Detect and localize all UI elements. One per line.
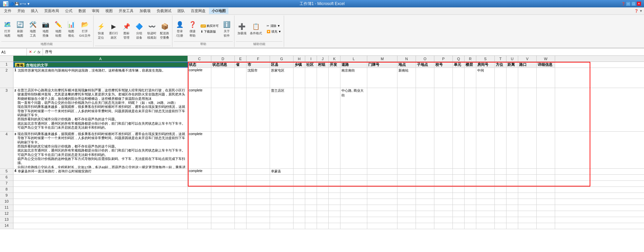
- cell-r3[interactable]: [465, 88, 476, 131]
- cell-e1[interactable]: 省: [235, 62, 247, 68]
- col-header-e[interactable]: E: [235, 56, 247, 61]
- cell-s5[interactable]: [476, 169, 495, 174]
- cell-m5[interactable]: [367, 169, 397, 174]
- cell-p5[interactable]: [434, 169, 453, 174]
- menu-view[interactable]: 视图: [103, 8, 115, 14]
- col-header-d[interactable]: D: [211, 56, 235, 61]
- col-header-c[interactable]: C: [188, 56, 211, 61]
- cell-a4[interactable]: 3 现在我市扫码乘客越来越多，据我观察，很多乘客在扫码时候都对不准扫码区，通常会…: [13, 132, 188, 168]
- col-header-v[interactable]: V: [518, 56, 537, 61]
- col-header-w[interactable]: W: [537, 56, 555, 61]
- distribution-button[interactable]: 📦 配送路空重叠: [159, 21, 171, 41]
- col-header-f[interactable]: F: [247, 56, 270, 61]
- cell-w4[interactable]: [537, 132, 555, 168]
- cell-i3[interactable]: [305, 88, 317, 131]
- track-line-button[interactable]: 〰️ 轨迹时线规划: [146, 21, 158, 41]
- cell-w2[interactable]: [537, 68, 555, 88]
- icon-manage-button[interactable]: 📌 图标管理: [120, 21, 132, 41]
- cell-j3[interactable]: [317, 88, 329, 131]
- cell-k3[interactable]: [329, 88, 340, 131]
- menu-page-layout[interactable]: 页面布局: [42, 8, 62, 14]
- cell-j1[interactable]: 村组: [317, 62, 329, 68]
- cell-w5[interactable]: [537, 169, 555, 174]
- cell-f2[interactable]: 沈阳市: [247, 68, 270, 88]
- fill-button[interactable]: 🔽 填充 ▼: [265, 29, 282, 34]
- cell-n2[interactable]: 新南站: [397, 68, 416, 88]
- cell-reference[interactable]: A1: [0, 48, 27, 55]
- cell-e5[interactable]: [235, 169, 247, 174]
- cell-w1[interactable]: 详细信息: [537, 62, 555, 68]
- cell-t2[interactable]: [495, 68, 506, 88]
- cell-n1[interactable]: 地点: [397, 62, 416, 68]
- cell-k1[interactable]: 开发区: [329, 62, 340, 68]
- col-header-t[interactable]: T: [495, 56, 506, 61]
- cell-q4[interactable]: [453, 132, 465, 168]
- cell-f5[interactable]: [247, 169, 270, 174]
- cell-h3[interactable]: [293, 88, 305, 131]
- menu-team[interactable]: 团队: [175, 8, 187, 14]
- menu-file[interactable]: 文件: [1, 8, 14, 14]
- menu-home[interactable]: 开始: [15, 8, 28, 14]
- cell-t1[interactable]: 方位: [495, 62, 506, 68]
- maximize-button[interactable]: □: [631, 1, 636, 6]
- cell-q1[interactable]: 单元号: [453, 62, 465, 68]
- map-draw-button[interactable]: ✏️ 地图绘图: [52, 19, 64, 39]
- formula-check-icon[interactable]: ✓: [33, 50, 36, 54]
- cell-e3[interactable]: [235, 88, 247, 131]
- cell-h1[interactable]: 乡镇: [293, 62, 305, 68]
- cell-c4[interactable]: complete: [188, 132, 211, 168]
- formula-fx-icon[interactable]: fx: [38, 50, 41, 54]
- cell-p4[interactable]: [434, 132, 453, 168]
- cell-i2[interactable]: [305, 68, 317, 88]
- cell-o5[interactable]: [416, 169, 434, 174]
- run-zone-button[interactable]: ▶ 逐行行政区: [108, 21, 120, 41]
- cell-g1[interactable]: 区县: [270, 62, 293, 68]
- menu-addins[interactable]: 加载项: [137, 8, 153, 14]
- minimize-button[interactable]: ─: [626, 1, 631, 6]
- cell-m1[interactable]: 门牌号: [367, 62, 397, 68]
- cell-v5[interactable]: [518, 169, 537, 174]
- cell-a2[interactable]: 1 沈阳市苏家屯区南京南街与新南站中间的这段路，没有路灯。这样夜晚看不清车辆，容…: [13, 68, 188, 88]
- col-header-a[interactable]: A: [13, 56, 188, 61]
- col-header-n[interactable]: N: [397, 56, 416, 61]
- col-header-h[interactable]: H: [293, 56, 305, 61]
- map-photo-button[interactable]: 📷 地图照像: [40, 19, 52, 39]
- col-header-p[interactable]: P: [434, 56, 453, 61]
- cell-q3[interactable]: [453, 88, 465, 131]
- cell-n3[interactable]: [397, 88, 416, 131]
- cell-c3[interactable]: complete: [188, 88, 211, 131]
- cell-u4[interactable]: [506, 132, 518, 168]
- download-new-button[interactable]: ⬇ 下载新版: [199, 29, 220, 34]
- cell-o3[interactable]: [416, 88, 434, 131]
- cell-j5[interactable]: [317, 169, 329, 174]
- cell-s1[interactable]: 房间号: [476, 62, 495, 68]
- clear-button[interactable]: ✂ 清除 ▼: [265, 24, 282, 29]
- open-map-button[interactable]: 🗺️ 打开地图: [1, 19, 13, 39]
- cell-r5[interactable]: [465, 169, 476, 174]
- cell-j2[interactable]: [317, 68, 329, 88]
- cell-g4[interactable]: [270, 132, 293, 168]
- cell-u5[interactable]: [506, 169, 518, 174]
- col-header-g[interactable]: G: [270, 56, 293, 61]
- cell-j4[interactable]: [317, 132, 329, 168]
- menu-data[interactable]: 数据: [76, 8, 89, 14]
- cell-m2[interactable]: [367, 68, 397, 88]
- cell-o2[interactable]: [416, 68, 434, 88]
- cell-format-button[interactable]: 📋 条件格式: [249, 21, 263, 36]
- refresh-map-button[interactable]: 🔄 刷新地图: [14, 19, 26, 39]
- cell-m3[interactable]: [367, 88, 397, 131]
- cell-k2[interactable]: [329, 68, 340, 88]
- cell-h5[interactable]: [293, 169, 305, 174]
- map-visual-button[interactable]: 📊 地图视化: [65, 19, 77, 39]
- cell-t4[interactable]: [495, 132, 506, 168]
- cell-a3[interactable]: 2 在普兰店区中心路商业大街摩托车横冲直闯现象特别严重，这些摩托车驾驶人经常闯红…: [13, 88, 188, 131]
- open-gis-button[interactable]: 📂 打开GIS文件: [78, 19, 92, 39]
- cell-l3[interactable]: 中心路, 商业大街: [340, 88, 367, 131]
- cell-l1[interactable]: 道路: [340, 62, 367, 68]
- col-header-q[interactable]: Q: [453, 56, 465, 61]
- addon-button[interactable]: ➕ 加载项: [236, 21, 248, 36]
- cell-o1[interactable]: 子地点: [416, 62, 434, 68]
- cell-g2[interactable]: 苏家屯区: [270, 68, 293, 88]
- cell-t5[interactable]: [495, 169, 506, 174]
- cell-f1[interactable]: 市: [247, 62, 270, 68]
